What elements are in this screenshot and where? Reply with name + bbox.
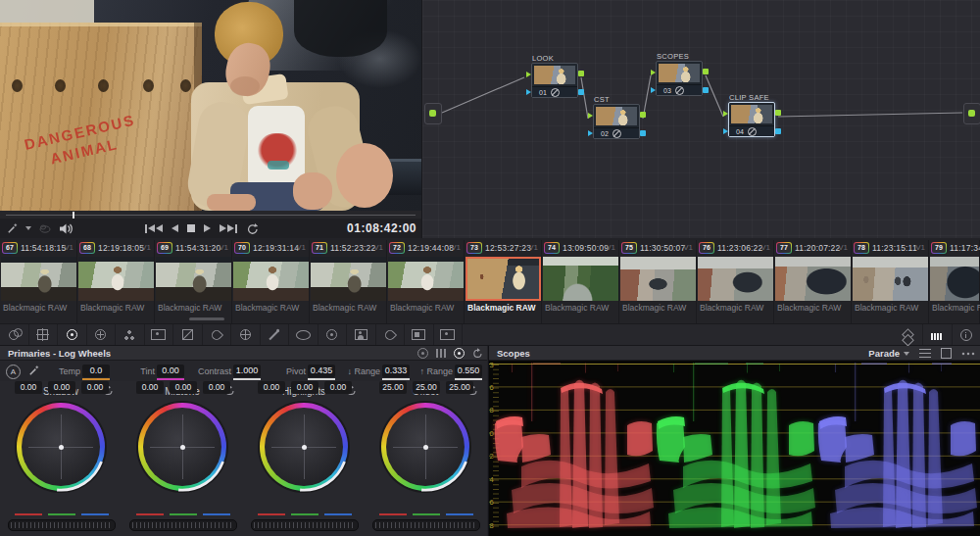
wheel-green-value[interactable]: 0.00 [170, 381, 197, 394]
primaries-bars-mode-icon[interactable] [417, 348, 428, 359]
more-options-icon[interactable] [961, 352, 975, 356]
timeline-clip[interactable]: 7711:20:07:22V1 Blackmagic RAW [774, 240, 852, 323]
master-wheel-offset[interactable] [372, 519, 480, 531]
timeline-clip[interactable]: 7811:23:15:11V1 Blackmagic RAW [852, 240, 929, 323]
toolbar-button-qualifier[interactable] [203, 324, 232, 345]
wheel-green-value[interactable]: 0.00 [48, 381, 75, 394]
wheel-red-value[interactable]: 0.00 [15, 381, 42, 394]
scrubber-playhead[interactable] [73, 212, 74, 219]
timeline-clip[interactable]: 7511:30:50:07V1 Blackmagic RAW [619, 240, 697, 323]
toolbar-button-wheel[interactable] [231, 324, 261, 345]
node-bypass-icon[interactable] [675, 86, 684, 95]
color-wheel-highlights[interactable] [260, 403, 348, 491]
toolbar-button-curves[interactable] [173, 324, 203, 345]
toolbar-button-picker[interactable] [261, 324, 290, 345]
key-input-port[interactable] [723, 128, 728, 134]
key-output-port[interactable] [640, 130, 646, 136]
high-range-value[interactable]: 0.550 [455, 365, 482, 377]
clip-thumbnail[interactable] [930, 257, 979, 301]
rgb-output-port[interactable] [640, 112, 646, 118]
timeline-clip[interactable]: 7413:09:50:09V1 Blackmagic RAW [542, 240, 619, 323]
clip-thumbnail[interactable] [156, 257, 231, 301]
scope-mode-dropdown[interactable]: Parade [868, 348, 909, 359]
expand-icon[interactable] [941, 348, 952, 359]
toolbar-button-color-match[interactable] [29, 324, 59, 345]
clip-thumbnail[interactable] [1, 257, 76, 301]
node-source-input[interactable] [424, 103, 442, 124]
toolbar-button-motion-effects[interactable] [145, 324, 174, 345]
wheel-red-value[interactable]: 25.00 [379, 381, 407, 394]
clip-thumbnail[interactable] [775, 257, 851, 301]
rgb-input-port[interactable] [723, 111, 728, 117]
timeline-clip[interactable]: 7212:19:44:08V1 Blackmagic RAW [387, 240, 465, 323]
viewer-scrubber[interactable] [0, 211, 421, 219]
timeline-clip[interactable]: 7911:17:34:1 Blackmagic RAW [929, 240, 980, 323]
clip-thumbnail[interactable] [233, 257, 309, 301]
rgb-output-port[interactable] [703, 69, 709, 74]
auto-balance-button[interactable]: A [6, 365, 21, 379]
node-clip-safe[interactable]: CLIP SAFE 04 [728, 102, 775, 137]
color-wheel-shadow[interactable] [17, 403, 105, 491]
clip-thumbnail[interactable] [543, 257, 618, 301]
cloud-icon[interactable] [38, 222, 52, 234]
toolbar-button-scopes[interactable] [923, 324, 953, 345]
toolbar-button-magic-mask[interactable] [347, 324, 376, 345]
timeline-clip[interactable]: 7611:23:06:22V1 Blackmagic RAW [697, 240, 774, 323]
timeline-scrollbar[interactable] [189, 317, 224, 320]
key-input-port[interactable] [651, 87, 656, 93]
wheel-blue-value[interactable]: 0.00 [203, 381, 230, 394]
rgb-input-port[interactable] [651, 70, 656, 75]
node-bypass-icon[interactable] [748, 127, 757, 136]
rgb-output-port[interactable] [775, 110, 781, 116]
clip-thumbnail[interactable] [620, 257, 696, 301]
log-wheels-mode-icon[interactable] [454, 348, 465, 359]
clip-thumbnail[interactable] [311, 257, 386, 301]
toolbar-button-tracker[interactable] [318, 324, 348, 345]
key-output-port[interactable] [578, 89, 584, 95]
wheel-blue-value[interactable]: 0.00 [81, 381, 109, 394]
play-button[interactable] [204, 224, 211, 232]
timeline-clip[interactable]: 6911:54:31:20V1 Blackmagic RAW [155, 240, 232, 323]
timeline-clip-selected[interactable]: 7312:53:27:23V1 Blackmagic RAW [465, 240, 542, 323]
primaries-sliders-mode-icon[interactable] [436, 349, 446, 358]
clip-thumbnail[interactable] [388, 257, 464, 301]
rgb-output-port[interactable] [578, 71, 584, 76]
timeline-clip[interactable]: 7012:19:31:14V1 Blackmagic RAW [232, 240, 310, 323]
color-wheel-midtone[interactable] [138, 403, 226, 491]
toolbar-button-rgb-mixer[interactable] [116, 324, 145, 345]
toolbar-button-color-wheels[interactable] [58, 324, 87, 345]
scrubber-track[interactable] [6, 215, 416, 216]
toolbar-button-power-windows[interactable] [289, 324, 318, 345]
reset-icon[interactable] [472, 348, 483, 359]
key-output-port[interactable] [775, 128, 781, 134]
timeline-clip[interactable]: 7111:52:23:22V1 Blackmagic RAW [310, 240, 387, 323]
timeline-clip[interactable]: 6711:54:18:15V1 Blackmagic RAW [0, 240, 77, 323]
node-look[interactable]: LOOK 01 [531, 63, 578, 98]
key-input-port[interactable] [526, 89, 531, 95]
step-back-button[interactable] [172, 224, 178, 232]
toolbar-button-sizing[interactable] [434, 324, 464, 345]
node-output[interactable] [963, 103, 980, 124]
clip-thumbnail[interactable] [466, 257, 541, 301]
wheel-green-value[interactable]: 0.00 [291, 381, 318, 394]
master-wheel-midtone[interactable] [129, 519, 237, 531]
node-bypass-icon[interactable] [551, 88, 560, 97]
next-clip-button[interactable] [220, 224, 237, 233]
master-wheel-shadow[interactable] [8, 519, 116, 531]
toolbar-button-split-compare[interactable] [895, 324, 924, 345]
toolbar-button-hdr-wheels[interactable] [87, 324, 117, 345]
scope-settings-icon[interactable] [919, 349, 931, 358]
previous-clip-button[interactable] [145, 224, 163, 233]
toolbar-button-camera-raw[interactable] [0, 324, 29, 345]
loop-button[interactable] [246, 222, 260, 235]
rgb-input-port[interactable] [588, 113, 593, 119]
clip-thumbnail[interactable] [78, 257, 154, 301]
wheel-green-value[interactable]: 25.00 [413, 381, 440, 394]
wheel-blue-value[interactable]: 0.00 [324, 381, 352, 394]
wheel-blue-value[interactable]: 25.00 [446, 381, 473, 394]
rgb-input-port[interactable] [526, 72, 531, 77]
toolbar-button-key[interactable] [405, 324, 434, 345]
wheel-red-value[interactable]: 0.00 [258, 381, 285, 394]
key-input-port[interactable] [588, 130, 593, 136]
node-scopes[interactable]: SCOPES 03 [656, 61, 703, 96]
